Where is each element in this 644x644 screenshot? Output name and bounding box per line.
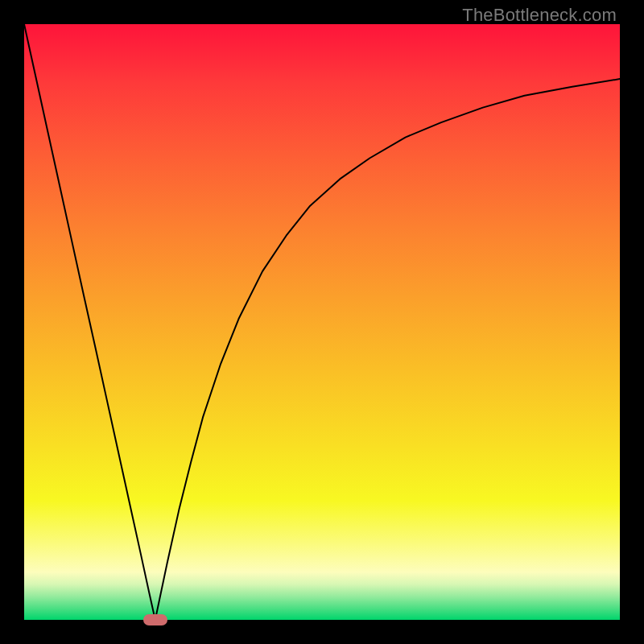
watermark-text: TheBottleneck.com bbox=[462, 5, 617, 26]
bottleneck-curve bbox=[24, 24, 620, 620]
curve-svg bbox=[24, 24, 620, 620]
chart-frame bbox=[24, 24, 620, 620]
optimal-marker bbox=[143, 614, 167, 625]
